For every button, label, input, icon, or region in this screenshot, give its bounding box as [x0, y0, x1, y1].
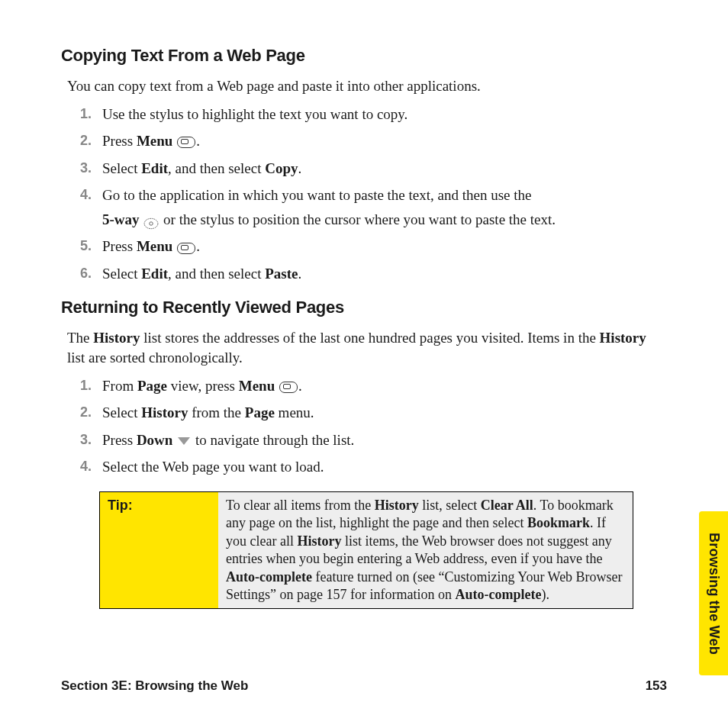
step-6: 6. Select Edit, and then select Paste. — [67, 263, 667, 285]
intro-returning: The History list stores the addresses of… — [67, 328, 667, 367]
intro-copying: You can copy text from a Web page and pa… — [67, 76, 667, 96]
page-footer: Section 3E: Browsing the Web 153 — [61, 678, 667, 694]
heading-returning: Returning to Recently Viewed Pages — [61, 298, 667, 317]
down-icon — [178, 437, 190, 445]
step-3: 3. Select Edit, and then select Copy. — [67, 158, 667, 179]
step-2: 2. Select History from the Page menu. — [67, 402, 667, 424]
step-2: 2. Press Menu . — [67, 130, 667, 152]
tip-label: Tip: — [100, 491, 219, 608]
svg-point-1 — [150, 222, 153, 225]
heading-copying: Copying Text From a Web Page — [61, 46, 667, 66]
step-4: 4. Select the Web page you want to load. — [67, 456, 667, 478]
tip-box: Tip: To clear all items from the History… — [99, 491, 633, 609]
step-text: . — [196, 133, 200, 149]
step-1: 1. From Page view, press Menu . — [67, 375, 667, 397]
menu-icon — [279, 382, 298, 393]
step-text: Press — [102, 133, 137, 149]
footer-page-number: 153 — [646, 678, 667, 694]
fiveway-icon — [143, 214, 159, 227]
footer-section: Section 3E: Browsing the Web — [61, 678, 248, 694]
steps-returning: 1. From Page view, press Menu . 2. Selec… — [67, 375, 667, 478]
menu-label: Menu — [137, 133, 173, 149]
step-5: 5. Press Menu . — [67, 236, 667, 257]
step-4: 4. Go to the application in which you wa… — [67, 185, 667, 230]
step-3: 3. Press Down to navigate through the li… — [67, 430, 667, 451]
step-text: Use the stylus to highlight the text you… — [102, 106, 407, 122]
tip-body: To clear all items from the History list… — [218, 491, 633, 608]
section-tab-label: Browsing the Web — [706, 533, 722, 655]
menu-icon — [177, 137, 195, 148]
steps-copying: 1.Use the stylus to highlight the text y… — [67, 104, 667, 285]
section-tab: Browsing the Web — [699, 511, 728, 675]
svg-point-0 — [144, 219, 158, 229]
fiveway-label: 5-way — [102, 211, 140, 227]
step-1: 1.Use the stylus to highlight the text y… — [67, 104, 667, 125]
menu-icon — [177, 243, 195, 254]
